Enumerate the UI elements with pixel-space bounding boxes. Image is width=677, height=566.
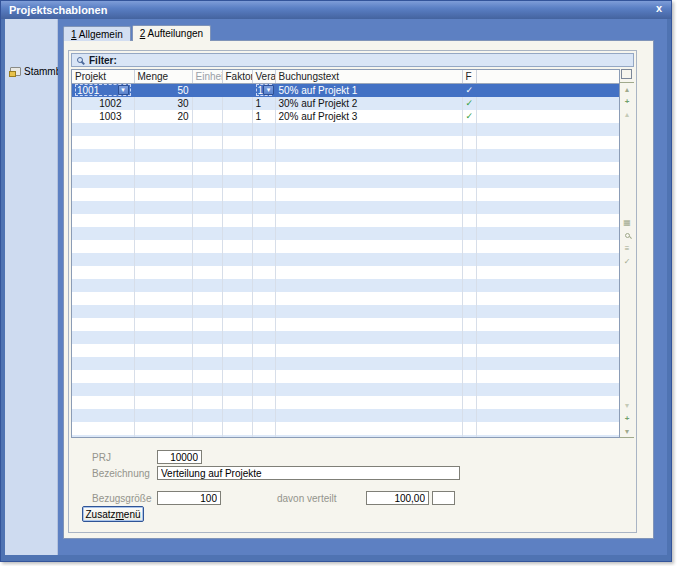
grid-cell[interactable] bbox=[252, 279, 275, 292]
grid-cell[interactable] bbox=[134, 188, 192, 201]
grid-cell[interactable] bbox=[252, 149, 275, 162]
grid-cell[interactable] bbox=[275, 331, 462, 344]
data-grid[interactable]: ProjektMengeEinheitFaktorVeraBuchungstex… bbox=[71, 69, 620, 438]
grid-cell[interactable] bbox=[134, 344, 192, 357]
grid-cell[interactable] bbox=[134, 318, 192, 331]
grid-cell[interactable]: 50% auf Projekt 1 bbox=[275, 83, 462, 97]
grid-cell[interactable] bbox=[462, 318, 476, 331]
davon-verteilt-extra-field[interactable] bbox=[432, 491, 455, 505]
grid-cell[interactable] bbox=[252, 162, 275, 175]
grid-cell[interactable]: 1002 bbox=[72, 97, 134, 110]
grid-cell[interactable] bbox=[462, 162, 476, 175]
grid-cell[interactable] bbox=[134, 409, 192, 422]
zusatzmenu-button[interactable]: Zusatzmenü bbox=[82, 506, 144, 522]
grid-cell[interactable]: 30% auf Projekt 2 bbox=[275, 97, 462, 110]
grid-cell[interactable] bbox=[222, 149, 252, 162]
grid-cell[interactable] bbox=[476, 266, 619, 279]
grid-cell[interactable] bbox=[462, 123, 476, 136]
grid-cell[interactable] bbox=[222, 110, 252, 123]
grid-cell[interactable] bbox=[134, 136, 192, 149]
grid-cell[interactable] bbox=[192, 162, 222, 175]
grid-cell[interactable] bbox=[275, 357, 462, 370]
grid-cell[interactable] bbox=[222, 136, 252, 149]
grid-cell[interactable] bbox=[476, 123, 619, 136]
grid-cell[interactable] bbox=[462, 409, 476, 422]
grid-row[interactable] bbox=[72, 123, 619, 136]
grid-cell[interactable] bbox=[222, 97, 252, 110]
grid-row[interactable] bbox=[72, 318, 619, 331]
go-first-icon[interactable]: ▴ bbox=[620, 82, 634, 95]
grid-cell[interactable] bbox=[72, 409, 134, 422]
grid-row[interactable] bbox=[72, 409, 619, 422]
grid-cell[interactable] bbox=[134, 396, 192, 409]
grid-cell[interactable] bbox=[476, 344, 619, 357]
grid-cell[interactable] bbox=[252, 253, 275, 266]
grid-cell[interactable] bbox=[476, 305, 619, 318]
grid-row[interactable] bbox=[72, 305, 619, 318]
grid-row[interactable] bbox=[72, 214, 619, 227]
grid-cell[interactable] bbox=[134, 162, 192, 175]
grid-cell[interactable] bbox=[222, 240, 252, 253]
grid-cell[interactable]: 1 bbox=[252, 97, 275, 110]
grid-cell[interactable] bbox=[222, 305, 252, 318]
grid-cell[interactable] bbox=[192, 422, 222, 435]
grid-cell[interactable] bbox=[222, 409, 252, 422]
append-row-icon[interactable]: + bbox=[620, 412, 634, 425]
grid-cell[interactable] bbox=[462, 266, 476, 279]
grid-cell[interactable] bbox=[134, 357, 192, 370]
grid-cell[interactable] bbox=[192, 409, 222, 422]
grid-cell[interactable] bbox=[72, 344, 134, 357]
grid-row[interactable] bbox=[72, 136, 619, 149]
grid-cell[interactable] bbox=[222, 188, 252, 201]
grid-header-cell[interactable] bbox=[476, 70, 619, 83]
filter-check-icon[interactable]: ✓ bbox=[620, 255, 634, 268]
grid-header-cell[interactable]: Menge bbox=[134, 70, 192, 83]
grid-cell[interactable] bbox=[222, 214, 252, 227]
grid-view-icon[interactable]: ▦ bbox=[620, 216, 634, 229]
grid-cell[interactable] bbox=[192, 370, 222, 383]
grid-cell[interactable] bbox=[476, 396, 619, 409]
grid-cell[interactable]: 20 bbox=[134, 110, 192, 123]
grid-cell[interactable]: 1▾ bbox=[252, 83, 275, 97]
grid-cell[interactable] bbox=[462, 227, 476, 240]
grid-cell[interactable] bbox=[192, 331, 222, 344]
grid-cell[interactable] bbox=[462, 253, 476, 266]
grid-cell[interactable] bbox=[134, 292, 192, 305]
grid-cell[interactable] bbox=[222, 201, 252, 214]
edit-lines-icon[interactable]: ≡ bbox=[620, 242, 634, 255]
sidebar-item-stammblatt[interactable]: Stammblatt bbox=[5, 66, 57, 77]
grid-cell[interactable] bbox=[275, 409, 462, 422]
grid-row[interactable] bbox=[72, 188, 619, 201]
grid-cell[interactable] bbox=[192, 396, 222, 409]
grid-cell[interactable] bbox=[252, 305, 275, 318]
grid-row[interactable] bbox=[72, 292, 619, 305]
grid-cell[interactable] bbox=[476, 110, 619, 123]
grid-cell[interactable] bbox=[134, 227, 192, 240]
grid-cell[interactable] bbox=[275, 227, 462, 240]
grid-cell[interactable] bbox=[134, 175, 192, 188]
grid-cell[interactable] bbox=[275, 240, 462, 253]
grid-cell[interactable] bbox=[72, 123, 134, 136]
grid-cell[interactable] bbox=[72, 149, 134, 162]
grid-row[interactable] bbox=[72, 227, 619, 240]
grid-row[interactable]: 100320120% auf Projekt 3✓ bbox=[72, 110, 619, 123]
grid-cell[interactable] bbox=[275, 344, 462, 357]
grid-cell[interactable] bbox=[192, 97, 222, 110]
bezugsgroesse-field[interactable] bbox=[157, 491, 221, 505]
grid-cell[interactable] bbox=[476, 240, 619, 253]
grid-cell[interactable] bbox=[462, 240, 476, 253]
grid-cell[interactable] bbox=[275, 383, 462, 396]
grid-cell[interactable] bbox=[192, 83, 222, 97]
grid-cell[interactable]: ✓ bbox=[462, 83, 476, 97]
grid-cell[interactable] bbox=[252, 318, 275, 331]
grid-cell[interactable] bbox=[72, 227, 134, 240]
grid-cell[interactable] bbox=[192, 123, 222, 136]
grid-cell[interactable] bbox=[252, 370, 275, 383]
grid-header-cell[interactable]: F bbox=[462, 70, 476, 83]
grid-cell[interactable] bbox=[275, 175, 462, 188]
grid-cell[interactable] bbox=[222, 123, 252, 136]
grid-cell[interactable] bbox=[222, 331, 252, 344]
grid-cell[interactable] bbox=[252, 422, 275, 435]
davon-verteilt-field[interactable] bbox=[366, 491, 429, 505]
grid-cell[interactable]: ✓ bbox=[462, 97, 476, 110]
